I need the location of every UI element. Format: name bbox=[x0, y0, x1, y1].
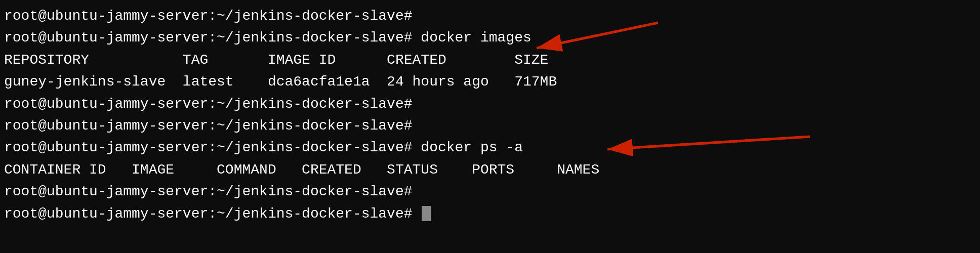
terminal-line-2: root@ubuntu-jammy-server:~/jenkins-docke… bbox=[4, 27, 976, 49]
terminal-line-5: root@ubuntu-jammy-server:~/jenkins-docke… bbox=[4, 93, 976, 115]
terminal-line-6: root@ubuntu-jammy-server:~/jenkins-docke… bbox=[4, 115, 976, 137]
terminal-line-9: root@ubuntu-jammy-server:~/jenkins-docke… bbox=[4, 181, 976, 202]
terminal-line-7: root@ubuntu-jammy-server:~/jenkins-docke… bbox=[4, 137, 976, 158]
terminal-line-10: root@ubuntu-jammy-server:~/jenkins-docke… bbox=[4, 203, 976, 225]
terminal-line-8: CONTAINER ID IMAGE COMMAND CREATED STATU… bbox=[4, 159, 976, 181]
terminal-line-4: guney-jenkins-slave latest dca6acfa1e1a … bbox=[4, 71, 976, 93]
terminal-line-1: root@ubuntu-jammy-server:~/jenkins-docke… bbox=[4, 5, 976, 27]
terminal-line-3: REPOSITORY TAG IMAGE ID CREATED SIZE bbox=[4, 49, 976, 71]
terminal-window: root@ubuntu-jammy-server:~/jenkins-docke… bbox=[0, 0, 980, 230]
terminal-cursor bbox=[422, 206, 431, 221]
